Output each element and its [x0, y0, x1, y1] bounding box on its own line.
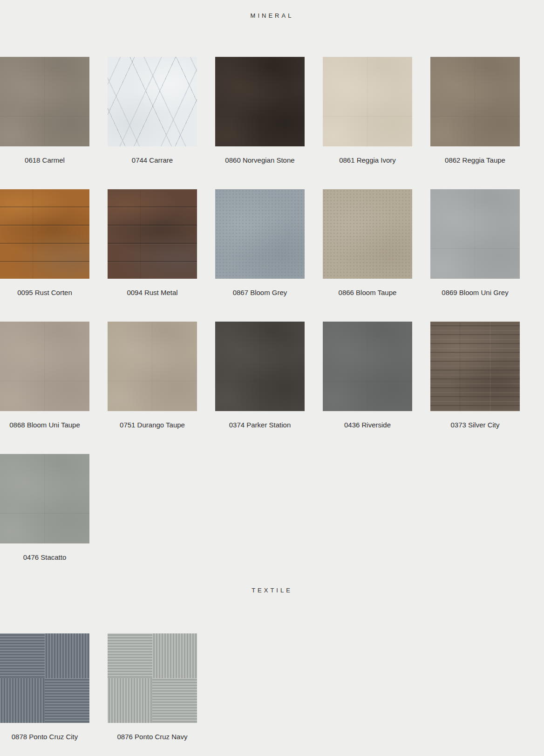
swatch-label: 0878 Ponto Cruz City — [0, 732, 89, 742]
swatch-label: 0868 Bloom Uni Taupe — [0, 420, 89, 430]
swatch-card-0094-rust-metal[interactable]: 0094 Rust Metal — [108, 189, 197, 298]
swatch-card-0866-bloom-taupe[interactable]: 0866 Bloom Taupe — [323, 189, 412, 298]
swatch-image-0878-ponto-cruz-city[interactable] — [0, 633, 89, 723]
swatch-card-0373-silver-city[interactable]: 0373 Silver City — [430, 322, 520, 430]
swatch-label: 0867 Bloom Grey — [215, 288, 305, 298]
swatch-label: 0860 Norvegian Stone — [215, 155, 305, 165]
swatch-image-0869-bloom-uni-grey[interactable] — [430, 189, 520, 279]
swatch-label: 0476 Stacatto — [0, 552, 89, 563]
swatch-image-0862-reggia-taupe[interactable] — [430, 57, 520, 146]
section-mineral: MINERAL 0618 Carmel0744 Carrare0860 Norv… — [0, 0, 544, 586]
section-title-textile: TEXTILE — [0, 586, 544, 595]
swatch-card-0860-norvegian-stone[interactable]: 0860 Norvegian Stone — [215, 57, 305, 165]
swatch-card-0861-reggia-ivory[interactable]: 0861 Reggia Ivory — [323, 57, 412, 165]
swatch-card-0878-ponto-cruz-city[interactable]: 0878 Ponto Cruz City — [0, 633, 89, 742]
catalog-page: { "page": { "background": "#eeeeed", "la… — [0, 0, 544, 756]
swatch-card-0476-stacatto[interactable]: 0476 Stacatto — [0, 454, 89, 563]
swatch-label: 0751 Durango Taupe — [108, 420, 197, 430]
swatch-label: 0862 Reggia Taupe — [430, 155, 520, 165]
swatch-card-0374-parker-station[interactable]: 0374 Parker Station — [215, 322, 305, 430]
swatch-card-0869-bloom-uni-grey[interactable]: 0869 Bloom Uni Grey — [430, 189, 520, 298]
swatch-image-0866-bloom-taupe[interactable] — [323, 189, 412, 279]
swatch-image-0876-ponto-cruz-navy[interactable] — [108, 633, 197, 723]
swatch-image-0374-parker-station[interactable] — [215, 322, 305, 411]
swatch-card-0862-reggia-taupe[interactable]: 0862 Reggia Taupe — [430, 57, 520, 165]
swatch-card-0744-carrare[interactable]: 0744 Carrare — [108, 57, 197, 165]
swatch-card-0876-ponto-cruz-navy[interactable]: 0876 Ponto Cruz Navy — [108, 633, 197, 742]
swatch-grid-mineral: 0618 Carmel0744 Carrare0860 Norvegian St… — [0, 57, 544, 586]
swatch-label: 0866 Bloom Taupe — [323, 288, 412, 298]
swatch-label: 0095 Rust Corten — [0, 288, 89, 298]
swatch-card-0868-bloom-uni-taupe[interactable]: 0868 Bloom Uni Taupe — [0, 322, 89, 430]
swatch-label: 0744 Carrare — [108, 155, 197, 165]
swatch-image-0868-bloom-uni-taupe[interactable] — [0, 322, 89, 411]
swatch-label: 0876 Ponto Cruz Navy — [108, 732, 197, 742]
swatch-image-0373-silver-city[interactable] — [430, 322, 520, 411]
swatch-label: 0094 Rust Metal — [108, 288, 197, 298]
swatch-card-0867-bloom-grey[interactable]: 0867 Bloom Grey — [215, 189, 305, 298]
swatch-image-0860-norvegian-stone[interactable] — [215, 57, 305, 146]
swatch-card-0095-rust-corten[interactable]: 0095 Rust Corten — [0, 189, 89, 298]
swatch-card-0436-riverside[interactable]: 0436 Riverside — [323, 322, 412, 430]
swatch-image-0094-rust-metal[interactable] — [108, 189, 197, 279]
swatch-image-0861-reggia-ivory[interactable] — [323, 57, 412, 146]
swatch-label: 0436 Riverside — [323, 420, 412, 430]
swatch-image-0867-bloom-grey[interactable] — [215, 189, 305, 279]
swatch-label: 0618 Carmel — [0, 155, 89, 165]
swatch-grid-textile: 0878 Ponto Cruz City0876 Ponto Cruz Navy — [0, 633, 544, 756]
swatch-image-0618-carmel[interactable] — [0, 57, 89, 146]
swatch-card-0751-durango-taupe[interactable]: 0751 Durango Taupe — [108, 322, 197, 430]
swatch-image-0744-carrare[interactable] — [108, 57, 197, 146]
swatch-label: 0869 Bloom Uni Grey — [430, 288, 520, 298]
swatch-image-0751-durango-taupe[interactable] — [108, 322, 197, 411]
swatch-label: 0373 Silver City — [430, 420, 520, 430]
swatch-card-0618-carmel[interactable]: 0618 Carmel — [0, 57, 89, 165]
swatch-label: 0374 Parker Station — [215, 420, 305, 430]
section-title-mineral: MINERAL — [0, 0, 544, 20]
swatch-image-0436-riverside[interactable] — [323, 322, 412, 411]
swatch-label: 0861 Reggia Ivory — [323, 155, 412, 165]
section-textile: TEXTILE 0878 Ponto Cruz City0876 Ponto C… — [0, 586, 544, 756]
swatch-image-0095-rust-corten[interactable] — [0, 189, 89, 279]
swatch-image-0476-stacatto[interactable] — [0, 454, 89, 543]
